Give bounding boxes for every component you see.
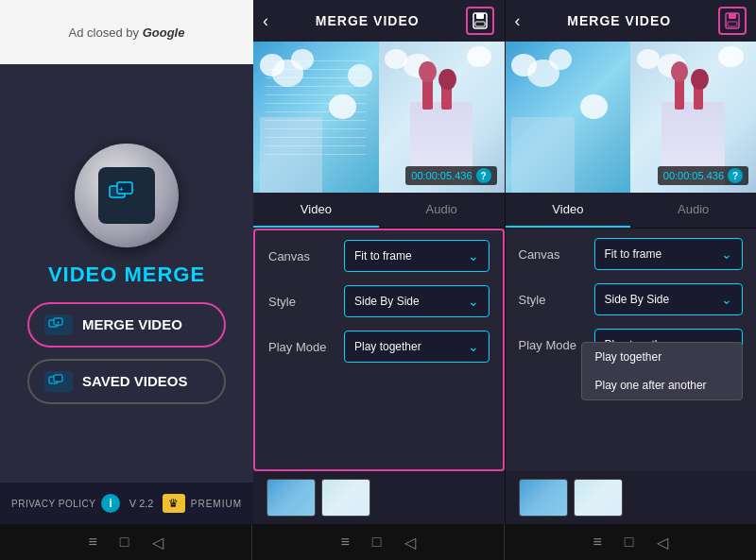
home-icon-2[interactable]: □ bbox=[372, 534, 382, 551]
right-area: ‹ MERGE VIDEO bbox=[253, 0, 756, 524]
thumb-mini-1-right[interactable] bbox=[519, 479, 568, 517]
video-preview-left: 00:00:05.436 ? bbox=[253, 42, 505, 193]
style-row-right: Style Side By Side ⌄ bbox=[519, 283, 744, 315]
style-select-right[interactable]: Side By Side ⌄ bbox=[594, 283, 744, 315]
video-preview-right: 00:00:05.436 ? bbox=[506, 42, 757, 193]
back-button-right[interactable]: ‹ bbox=[515, 11, 521, 31]
style-label-left: Style bbox=[268, 295, 344, 309]
nav-section-2: ≡ □ ◁ bbox=[252, 534, 504, 552]
thumb-strip-left bbox=[253, 471, 505, 524]
tab-video-left[interactable]: Video bbox=[253, 193, 379, 228]
settings-area-right: Canvas Fit to frame ⌄ Style Side By Side… bbox=[506, 229, 757, 471]
ad-banner: Ad closed by Google bbox=[0, 0, 253, 64]
help-icon-right[interactable]: ? bbox=[728, 168, 743, 183]
footer-bar: PRIVACY POLICY i V 2.2 ♛ PREMIUM bbox=[0, 483, 253, 524]
playmode-row-left: Play Mode Play together ⌄ bbox=[268, 331, 490, 363]
left-panel: Ad closed by Google + VIDEO MERGE bbox=[0, 0, 253, 524]
style-chevron-right: ⌄ bbox=[721, 292, 732, 307]
panel-header-left: ‹ MERGE VIDEO bbox=[253, 0, 505, 42]
play-together-option[interactable]: Play together bbox=[582, 343, 743, 371]
bottom-nav: ≡ □ ◁ ≡ □ ◁ ≡ □ ◁ bbox=[0, 524, 756, 560]
canvas-select-right[interactable]: Fit to frame ⌄ bbox=[594, 238, 744, 270]
video-thumb-1-right bbox=[506, 42, 631, 193]
nav-section-3: ≡ □ ◁ bbox=[505, 534, 756, 552]
thumb-mini-2-right[interactable] bbox=[574, 479, 623, 517]
premium-label: PREMIUM bbox=[191, 499, 242, 509]
tab-audio-left[interactable]: Audio bbox=[379, 193, 505, 228]
main-screen: Ad closed by Google + VIDEO MERGE bbox=[0, 0, 756, 524]
home-icon-3[interactable]: □ bbox=[625, 534, 634, 551]
video-thumb-1-left bbox=[253, 42, 379, 193]
help-icon-left[interactable]: ? bbox=[476, 168, 491, 183]
style-chevron-left: ⌄ bbox=[468, 294, 479, 309]
svg-rect-13 bbox=[728, 22, 737, 26]
thumb-mini-vase-left bbox=[322, 480, 369, 516]
back-icon-3[interactable]: ◁ bbox=[657, 534, 668, 552]
back-button-left[interactable]: ‹ bbox=[263, 11, 268, 31]
saved-videos-button[interactable]: SAVED VIDEOS bbox=[27, 359, 226, 404]
thumb-mini-vase-right bbox=[575, 480, 622, 516]
panel-tabs-right: Video Audio bbox=[506, 193, 757, 229]
save-button-right[interactable] bbox=[718, 7, 747, 35]
thumb-mini-blue-left bbox=[267, 480, 315, 516]
style-label-right: Style bbox=[519, 293, 594, 307]
playmode-dropdown-right: Play together Play one after another bbox=[581, 342, 744, 400]
svg-rect-10 bbox=[475, 22, 485, 26]
app-logo: + bbox=[75, 144, 179, 247]
nav-section-1: ≡ □ ◁ bbox=[0, 534, 251, 552]
thumb-mini-blue-right bbox=[520, 480, 567, 516]
svg-text:+: + bbox=[57, 319, 60, 325]
canvas-label-right: Canvas bbox=[519, 247, 594, 262]
thumb-mini-1-left[interactable] bbox=[266, 479, 316, 517]
play-one-after-another-option[interactable]: Play one after another bbox=[582, 371, 743, 399]
menu-icon-3[interactable]: ≡ bbox=[593, 534, 601, 551]
svg-rect-9 bbox=[476, 13, 484, 19]
panel-title-right: MERGE VIDEO bbox=[567, 13, 671, 28]
canvas-row-right: Canvas Fit to frame ⌄ bbox=[519, 238, 744, 270]
panel-title-left: MERGE VIDEO bbox=[316, 13, 420, 28]
panel-header-right: ‹ MERGE VIDEO bbox=[506, 0, 757, 42]
logo-icon: + bbox=[98, 167, 155, 224]
playmode-label-left: Play Mode bbox=[268, 340, 344, 354]
back-icon-2[interactable]: ◁ bbox=[404, 534, 416, 552]
thumb-strip-right bbox=[506, 471, 757, 524]
tab-audio-right[interactable]: Audio bbox=[630, 193, 756, 228]
merge-button-label: MERGE VIDEO bbox=[82, 316, 182, 332]
panel-tabs-left: Video Audio bbox=[253, 193, 505, 229]
timestamp-left: 00:00:05.436 ? bbox=[405, 166, 496, 185]
svg-rect-12 bbox=[729, 13, 736, 19]
playmode-chevron-left: ⌄ bbox=[468, 339, 479, 354]
premium-area: ♛ PREMIUM bbox=[163, 494, 242, 513]
canvas-select-left[interactable]: Fit to frame ⌄ bbox=[344, 240, 490, 272]
playmode-select-left[interactable]: Play together ⌄ bbox=[344, 331, 490, 363]
save-button-left[interactable] bbox=[466, 7, 494, 35]
info-button[interactable]: i bbox=[101, 494, 120, 513]
saved-btn-icon bbox=[44, 371, 73, 392]
thumb-mini-2-left[interactable] bbox=[321, 479, 370, 517]
svg-text:+: + bbox=[119, 185, 124, 194]
back-icon-1[interactable]: ◁ bbox=[152, 534, 163, 552]
style-row-left: Style Side By Side ⌄ bbox=[268, 285, 490, 317]
canvas-chevron-left: ⌄ bbox=[468, 248, 479, 263]
canvas-chevron-right: ⌄ bbox=[721, 246, 732, 262]
canvas-label-left: Canvas bbox=[268, 249, 344, 263]
menu-buttons: + MERGE VIDEO SAVED VIDEOS bbox=[27, 302, 226, 404]
settings-area-left: Canvas Fit to frame ⌄ Style Side By Side… bbox=[253, 229, 505, 471]
version-label: V 2.2 bbox=[129, 498, 154, 509]
merge-btn-icon: + bbox=[44, 314, 73, 335]
tab-video-right[interactable]: Video bbox=[506, 193, 631, 228]
computer-screen-thumbnail bbox=[253, 42, 379, 193]
home-icon-1[interactable]: □ bbox=[120, 534, 129, 551]
menu-icon-1[interactable]: ≡ bbox=[88, 534, 96, 551]
privacy-policy-label[interactable]: PRIVACY POLICY bbox=[11, 499, 95, 509]
menu-icon-2[interactable]: ≡ bbox=[340, 534, 349, 551]
merge-video-button[interactable]: + MERGE VIDEO bbox=[27, 302, 226, 348]
ad-text: Ad closed by bbox=[69, 25, 139, 40]
canvas-row-left: Canvas Fit to frame ⌄ bbox=[268, 240, 490, 272]
style-select-left[interactable]: Side By Side ⌄ bbox=[344, 285, 490, 317]
logo-area: + VIDEO MERGE + MERGE VIDEO bbox=[27, 64, 226, 483]
app-title: VIDEO MERGE bbox=[48, 263, 205, 287]
merge-panel-right: ‹ MERGE VIDEO bbox=[506, 0, 757, 524]
privacy-policy-area: PRIVACY POLICY i bbox=[11, 494, 120, 513]
crown-icon: ♛ bbox=[163, 494, 185, 513]
